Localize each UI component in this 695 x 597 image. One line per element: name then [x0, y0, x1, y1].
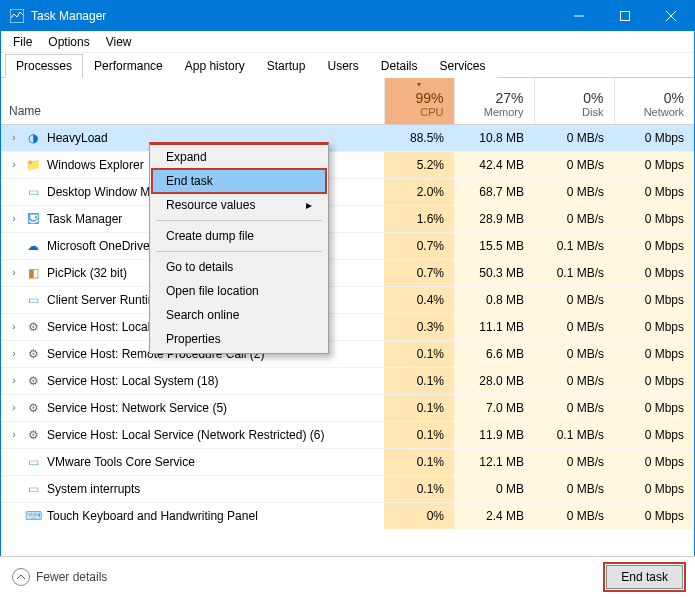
process-name: Service Host: Network Service (5): [47, 401, 227, 415]
process-name: Touch Keyboard and Handwriting Panel: [47, 509, 258, 523]
expand-chevron-icon[interactable]: ›: [9, 402, 19, 413]
context-menu: Expand End task Resource values▸ Create …: [149, 142, 329, 354]
chevron-up-circle-icon: [12, 568, 30, 586]
process-row[interactable]: ▭Desktop Window Manager2.0%68.7 MB0 MB/s…: [1, 178, 694, 205]
expand-chevron-icon[interactable]: ›: [9, 159, 19, 170]
process-icon: ◧: [25, 265, 41, 281]
col-cpu[interactable]: ▾ 99%CPU: [384, 78, 454, 124]
process-icon: ⚙: [25, 346, 41, 362]
menubar: File Options View: [1, 31, 694, 53]
ctx-properties[interactable]: Properties: [152, 327, 326, 351]
memory-cell: 28.0 MB: [454, 367, 534, 394]
network-cell: 0 Mbps: [614, 178, 694, 205]
expand-chevron-icon[interactable]: ›: [9, 375, 19, 386]
fewer-details-toggle[interactable]: Fewer details: [12, 568, 107, 586]
end-task-button[interactable]: End task: [606, 565, 683, 589]
tab-details[interactable]: Details: [370, 54, 429, 78]
process-name: PicPick (32 bit): [47, 266, 127, 280]
window-title: Task Manager: [31, 9, 556, 23]
ctx-expand[interactable]: Expand: [152, 145, 326, 169]
process-row[interactable]: ›📁Windows Explorer5.2%42.4 MB0 MB/s0 Mbp…: [1, 151, 694, 178]
process-icon: ⛾: [25, 211, 41, 227]
col-disk[interactable]: 0%Disk: [534, 78, 614, 124]
maximize-button[interactable]: [602, 1, 648, 31]
process-row[interactable]: ›⚙Service Host: Network Service (5)0.1%7…: [1, 394, 694, 421]
ctx-create-dump[interactable]: Create dump file: [152, 224, 326, 248]
process-table: Name ▾ 99%CPU 27%Memory 0%Disk 0%Network…: [1, 78, 694, 529]
cpu-cell: 0.4%: [384, 286, 454, 313]
tab-performance[interactable]: Performance: [83, 54, 174, 78]
col-network[interactable]: 0%Network: [614, 78, 694, 124]
network-cell: 0 Mbps: [614, 313, 694, 340]
expand-chevron-icon[interactable]: ›: [9, 267, 19, 278]
process-row[interactable]: ›⛾Task Manager1.6%28.9 MB0 MB/s0 Mbps: [1, 205, 694, 232]
cpu-cell: 0.1%: [384, 340, 454, 367]
tab-services[interactable]: Services: [429, 54, 497, 78]
ctx-open-file-location[interactable]: Open file location: [152, 279, 326, 303]
network-cell: 0 Mbps: [614, 259, 694, 286]
tab-app-history[interactable]: App history: [174, 54, 256, 78]
memory-cell: 10.8 MB: [454, 124, 534, 151]
process-row[interactable]: ›⚙Service Host: Local Service (No Networ…: [1, 313, 694, 340]
minimize-button[interactable]: [556, 1, 602, 31]
process-name: Service Host: Local Service (Network Res…: [47, 428, 324, 442]
cpu-cell: 0.3%: [384, 313, 454, 340]
memory-cell: 68.7 MB: [454, 178, 534, 205]
process-row[interactable]: ›◧PicPick (32 bit)0.7%50.3 MB0.1 MB/s0 M…: [1, 259, 694, 286]
col-memory[interactable]: 27%Memory: [454, 78, 534, 124]
tab-processes[interactable]: Processes: [5, 54, 83, 78]
memory-cell: 6.6 MB: [454, 340, 534, 367]
ctx-end-task[interactable]: End task: [152, 169, 326, 193]
process-row[interactable]: ▭VMware Tools Core Service0.1%12.1 MB0 M…: [1, 448, 694, 475]
process-icon: ⚙: [25, 427, 41, 443]
cpu-cell: 0.1%: [384, 367, 454, 394]
menu-file[interactable]: File: [7, 33, 38, 51]
network-cell: 0 Mbps: [614, 421, 694, 448]
network-cell: 0 Mbps: [614, 502, 694, 529]
expand-chevron-icon[interactable]: ›: [9, 132, 19, 143]
process-icon: ⚙: [25, 373, 41, 389]
close-button[interactable]: [648, 1, 694, 31]
memory-cell: 2.4 MB: [454, 502, 534, 529]
process-row[interactable]: ›◑HeavyLoad88.5%10.8 MB0 MB/s0 Mbps: [1, 124, 694, 151]
ctx-separator: [156, 220, 322, 221]
ctx-go-to-details[interactable]: Go to details: [152, 255, 326, 279]
process-row[interactable]: ⌨Touch Keyboard and Handwriting Panel0%2…: [1, 502, 694, 529]
tabs: Processes Performance App history Startu…: [1, 53, 694, 78]
memory-cell: 11.1 MB: [454, 313, 534, 340]
ctx-resource-values[interactable]: Resource values▸: [152, 193, 326, 217]
process-row[interactable]: ☁Microsoft OneDrive0.7%15.5 MB0.1 MB/s0 …: [1, 232, 694, 259]
process-row[interactable]: ▭Client Server Runtime0.4%0.8 MB0 MB/s0 …: [1, 286, 694, 313]
process-row[interactable]: ›⚙Service Host: Local Service (Network R…: [1, 421, 694, 448]
col-name[interactable]: Name: [1, 78, 384, 124]
disk-cell: 0 MB/s: [534, 475, 614, 502]
tab-users[interactable]: Users: [316, 54, 369, 78]
network-cell: 0 Mbps: [614, 151, 694, 178]
process-row[interactable]: ›⚙Service Host: Local System (18)0.1%28.…: [1, 367, 694, 394]
expand-chevron-icon[interactable]: ›: [9, 213, 19, 224]
process-row[interactable]: ›⚙Service Host: Remote Procedure Call (2…: [1, 340, 694, 367]
expand-chevron-icon[interactable]: ›: [9, 348, 19, 359]
expand-chevron-icon[interactable]: ›: [9, 321, 19, 332]
network-cell: 0 Mbps: [614, 124, 694, 151]
memory-cell: 42.4 MB: [454, 151, 534, 178]
disk-cell: 0.1 MB/s: [534, 259, 614, 286]
process-name: Microsoft OneDrive: [47, 239, 150, 253]
menu-view[interactable]: View: [100, 33, 138, 51]
process-name: Service Host: Local System (18): [47, 374, 218, 388]
memory-cell: 11.9 MB: [454, 421, 534, 448]
memory-cell: 28.9 MB: [454, 205, 534, 232]
network-cell: 0 Mbps: [614, 286, 694, 313]
titlebar[interactable]: Task Manager: [1, 1, 694, 31]
process-icon: ▭: [25, 292, 41, 308]
tab-startup[interactable]: Startup: [256, 54, 317, 78]
process-row[interactable]: ▭System interrupts0.1%0 MB0 MB/s0 Mbps: [1, 475, 694, 502]
expand-chevron-icon[interactable]: ›: [9, 429, 19, 440]
svg-rect-2: [621, 12, 630, 21]
ctx-search-online[interactable]: Search online: [152, 303, 326, 327]
disk-cell: 0 MB/s: [534, 340, 614, 367]
cpu-cell: 5.2%: [384, 151, 454, 178]
disk-cell: 0 MB/s: [534, 286, 614, 313]
process-icon: ▭: [25, 184, 41, 200]
menu-options[interactable]: Options: [42, 33, 95, 51]
